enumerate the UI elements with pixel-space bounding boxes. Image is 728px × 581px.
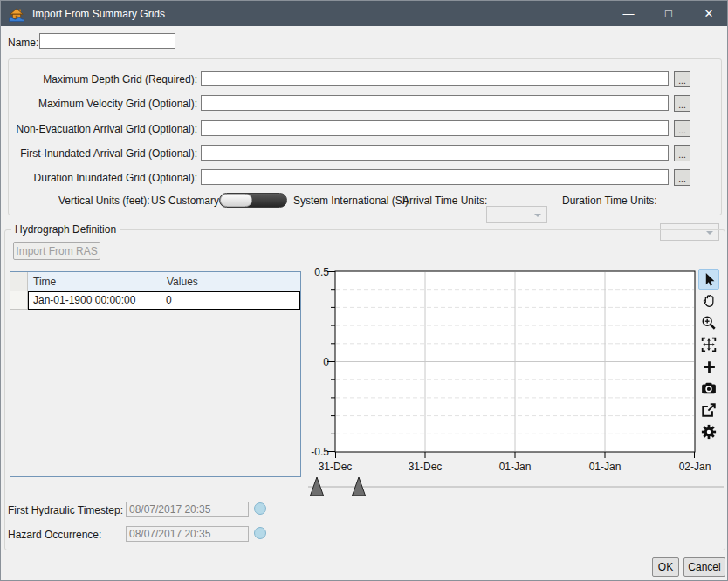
name-label: Name: — [8, 37, 38, 49]
pointer-icon — [702, 272, 717, 287]
zoom-tool-button[interactable] — [698, 312, 719, 333]
duration-inundated-grid-browse-button[interactable]: ... — [674, 169, 690, 186]
pan-tool-button[interactable] — [698, 290, 719, 311]
hand-icon — [701, 293, 717, 309]
hazard-occurrence-indicator-icon[interactable] — [254, 527, 266, 539]
non-evac-arrival-grid-browse-button[interactable]: ... — [674, 120, 690, 137]
export-button[interactable] — [698, 400, 719, 420]
x-tick-1: 31-Dec — [309, 461, 361, 473]
ok-button[interactable]: OK — [652, 557, 679, 577]
zoom-extents-icon — [701, 337, 717, 352]
x-tick-3: 01-Jan — [489, 461, 541, 473]
x-tick-4: 01-Jan — [579, 461, 631, 473]
row-selector-cell[interactable] — [10, 291, 28, 310]
snapshot-button[interactable] — [698, 378, 719, 399]
time-column-header[interactable]: Time — [28, 272, 161, 291]
first-inundated-grid-label: First-Inundated Arrival Grid (Optional): — [10, 147, 197, 160]
titlebar: Import From Summary Grids — □ ✕ — [1, 1, 728, 26]
units-toggle-knob[interactable] — [220, 194, 252, 207]
vertical-units-label: Vertical Units (feet): — [58, 195, 150, 207]
add-point-button[interactable] — [698, 356, 719, 377]
name-input[interactable] — [39, 33, 175, 49]
duration-inundated-grid-label: Duration Inundated Grid (Optional): — [10, 172, 197, 184]
table-header-row: Time Values — [10, 272, 300, 291]
table-row: Jan-01-1900 00:00:00 0 — [10, 291, 300, 310]
first-hydraulic-timestep-label: First Hydraulic Timestep: — [8, 504, 123, 516]
chart-toolbar — [698, 269, 719, 442]
maximize-button[interactable]: □ — [649, 1, 689, 26]
chevron-down-icon — [534, 214, 541, 217]
hazard-occurrence-label: Hazard Occurrence: — [8, 529, 101, 541]
max-velocity-grid-label: Maximum Velocity Grid (Optional): — [10, 98, 197, 110]
first-timestep-indicator-icon[interactable] — [254, 502, 266, 515]
row-selector-header — [10, 272, 28, 291]
hydrograph-table: Time Values Jan-01-1900 00:00:00 0 — [10, 271, 301, 477]
close-button[interactable]: ✕ — [689, 1, 728, 26]
hydrograph-group-title: Hydrograph Definition — [11, 223, 120, 236]
max-velocity-grid-browse-button[interactable]: ... — [674, 95, 690, 112]
camera-icon — [701, 380, 717, 396]
values-column-header[interactable]: Values — [161, 272, 300, 291]
import-from-ras-button[interactable]: Import From RAS — [13, 242, 100, 260]
hazard-occurrence-input[interactable] — [126, 526, 249, 542]
duration-inundated-grid-input[interactable] — [201, 169, 669, 185]
time-range-slider[interactable] — [306, 475, 727, 498]
hydrograph-plot[interactable] — [325, 268, 698, 460]
export-arrow-icon — [701, 402, 717, 418]
pointer-tool-button[interactable] — [698, 269, 719, 290]
time-cell[interactable]: Jan-01-1900 00:00:00 — [28, 291, 161, 310]
x-tick-5: 02-Jan — [669, 461, 721, 473]
non-evac-arrival-grid-input[interactable] — [201, 120, 669, 136]
cancel-button[interactable]: Cancel — [683, 557, 725, 577]
non-evac-arrival-grid-label: Non-Evacuation Arrival Grid (Optional): — [10, 123, 197, 135]
window-title: Import From Summary Grids — [32, 8, 608, 20]
first-inundated-grid-input[interactable] — [201, 145, 669, 161]
minimize-button[interactable]: — — [608, 1, 649, 26]
settings-button[interactable] — [698, 421, 719, 442]
max-depth-grid-label: Maximum Depth Grid (Required): — [10, 73, 197, 85]
max-velocity-grid-input[interactable] — [201, 95, 669, 111]
import-from-summary-grids-dialog: Import From Summary Grids — □ ✕ Name: Ma… — [0, 0, 728, 581]
first-inundated-grid-browse-button[interactable]: ... — [674, 145, 690, 161]
zoom-extents-button[interactable] — [698, 334, 719, 355]
x-tick-2: 31-Dec — [399, 461, 451, 473]
si-label: System International (SI) — [293, 195, 409, 207]
arrival-time-units-dropdown[interactable] — [486, 206, 547, 223]
arrival-time-units-label: Arrival Time Units: — [402, 195, 487, 207]
plus-icon — [702, 359, 717, 374]
us-customary-label: US Customary — [151, 195, 219, 207]
app-house-flood-icon — [9, 6, 24, 22]
value-cell[interactable]: 0 — [161, 291, 300, 310]
gear-icon — [701, 424, 717, 440]
magnifier-plus-icon — [701, 315, 717, 331]
first-hydraulic-timestep-input[interactable] — [126, 502, 249, 517]
units-toggle[interactable] — [219, 193, 287, 208]
max-depth-grid-input[interactable] — [201, 71, 669, 86]
duration-time-units-label: Duration Time Units: — [562, 195, 657, 207]
max-depth-grid-browse-button[interactable]: ... — [674, 71, 690, 87]
